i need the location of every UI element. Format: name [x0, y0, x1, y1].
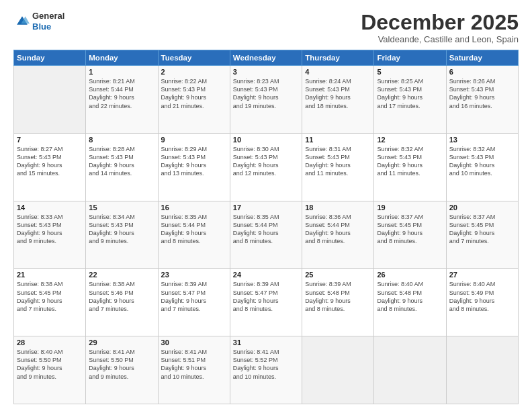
- day-info: Sunrise: 8:40 AM Sunset: 5:48 PM Dayligh…: [377, 280, 443, 313]
- weekday-header: Monday: [86, 50, 158, 66]
- location-subtitle: Valdeande, Castille and Leon, Spain: [361, 34, 519, 44]
- day-number: 12: [377, 136, 443, 144]
- day-number: 5: [377, 68, 443, 76]
- day-info: Sunrise: 8:39 AM Sunset: 5:48 PM Dayligh…: [305, 280, 371, 313]
- weekday-header: Friday: [374, 50, 446, 66]
- day-number: 6: [449, 68, 515, 76]
- day-info: Sunrise: 8:23 AM Sunset: 5:43 PM Dayligh…: [233, 77, 299, 110]
- day-number: 25: [305, 271, 371, 279]
- day-number: 10: [233, 136, 299, 144]
- day-number: 7: [17, 136, 83, 144]
- calendar-table: SundayMondayTuesdayWednesdayThursdayFrid…: [13, 50, 519, 404]
- calendar-week-row: 14Sunrise: 8:33 AM Sunset: 5:43 PM Dayli…: [14, 201, 519, 269]
- day-info: Sunrise: 8:32 AM Sunset: 5:43 PM Dayligh…: [377, 145, 443, 178]
- calendar-cell: 19Sunrise: 8:37 AM Sunset: 5:45 PM Dayli…: [374, 201, 446, 269]
- calendar-cell: 2Sunrise: 8:22 AM Sunset: 5:43 PM Daylig…: [158, 66, 230, 134]
- calendar-cell: 29Sunrise: 8:41 AM Sunset: 5:50 PM Dayli…: [86, 336, 158, 404]
- weekday-header: Thursday: [302, 50, 374, 66]
- day-info: Sunrise: 8:34 AM Sunset: 5:43 PM Dayligh…: [89, 213, 154, 246]
- calendar-cell: 24Sunrise: 8:39 AM Sunset: 5:47 PM Dayli…: [230, 269, 302, 336]
- day-number: 23: [161, 271, 227, 279]
- day-number: 29: [89, 338, 154, 347]
- day-number: 20: [449, 203, 515, 212]
- day-number: 18: [305, 203, 371, 212]
- day-info: Sunrise: 8:32 AM Sunset: 5:43 PM Dayligh…: [449, 145, 515, 178]
- day-info: Sunrise: 8:41 AM Sunset: 5:50 PM Dayligh…: [89, 348, 154, 381]
- logo: General Blue: [13, 11, 64, 32]
- day-number: 4: [305, 68, 371, 76]
- weekday-header: Tuesday: [158, 50, 230, 66]
- day-info: Sunrise: 8:39 AM Sunset: 5:47 PM Dayligh…: [161, 280, 227, 313]
- day-number: 19: [377, 203, 443, 212]
- day-info: Sunrise: 8:40 AM Sunset: 5:50 PM Dayligh…: [17, 348, 83, 381]
- day-info: Sunrise: 8:33 AM Sunset: 5:43 PM Dayligh…: [17, 213, 83, 246]
- logo-icon: [15, 14, 30, 29]
- day-info: Sunrise: 8:36 AM Sunset: 5:44 PM Dayligh…: [305, 213, 371, 246]
- calendar-cell: 30Sunrise: 8:41 AM Sunset: 5:51 PM Dayli…: [158, 336, 230, 404]
- day-number: 31: [233, 338, 299, 347]
- calendar-cell: 9Sunrise: 8:29 AM Sunset: 5:43 PM Daylig…: [158, 133, 230, 201]
- day-number: 3: [233, 68, 299, 76]
- day-info: Sunrise: 8:35 AM Sunset: 5:44 PM Dayligh…: [233, 213, 299, 246]
- calendar-cell: 23Sunrise: 8:39 AM Sunset: 5:47 PM Dayli…: [158, 269, 230, 336]
- calendar-cell: 3Sunrise: 8:23 AM Sunset: 5:43 PM Daylig…: [230, 66, 302, 134]
- calendar-cell: 18Sunrise: 8:36 AM Sunset: 5:44 PM Dayli…: [302, 201, 374, 269]
- day-info: Sunrise: 8:29 AM Sunset: 5:43 PM Dayligh…: [161, 145, 227, 178]
- calendar-cell: 7Sunrise: 8:27 AM Sunset: 5:43 PM Daylig…: [14, 133, 86, 201]
- calendar-cell: [446, 336, 518, 404]
- day-number: 13: [449, 136, 515, 144]
- day-number: 8: [89, 136, 154, 144]
- calendar-week-row: 1Sunrise: 8:21 AM Sunset: 5:44 PM Daylig…: [14, 66, 519, 134]
- day-info: Sunrise: 8:26 AM Sunset: 5:43 PM Dayligh…: [449, 77, 515, 110]
- calendar-cell: 28Sunrise: 8:40 AM Sunset: 5:50 PM Dayli…: [14, 336, 86, 404]
- weekday-header: Sunday: [14, 50, 86, 66]
- calendar-cell: 8Sunrise: 8:28 AM Sunset: 5:43 PM Daylig…: [86, 133, 158, 201]
- day-number: 27: [449, 271, 515, 279]
- day-info: Sunrise: 8:31 AM Sunset: 5:43 PM Dayligh…: [305, 145, 371, 178]
- day-info: Sunrise: 8:38 AM Sunset: 5:45 PM Dayligh…: [17, 280, 83, 313]
- day-number: 21: [17, 271, 83, 279]
- day-number: 17: [233, 203, 299, 212]
- day-number: 22: [89, 271, 154, 279]
- day-number: 28: [17, 338, 83, 347]
- day-number: 15: [89, 203, 154, 212]
- day-number: 26: [377, 271, 443, 279]
- page: General Blue December 2025 Valdeande, Ca…: [0, 0, 532, 411]
- day-number: 11: [305, 136, 371, 144]
- day-info: Sunrise: 8:24 AM Sunset: 5:43 PM Dayligh…: [305, 77, 371, 110]
- day-info: Sunrise: 8:37 AM Sunset: 5:45 PM Dayligh…: [377, 213, 443, 246]
- calendar-week-row: 7Sunrise: 8:27 AM Sunset: 5:43 PM Daylig…: [14, 133, 519, 201]
- logo-blue-text: Blue: [32, 21, 64, 32]
- logo-general-text: General: [32, 11, 64, 21]
- calendar-cell: 22Sunrise: 8:38 AM Sunset: 5:46 PM Dayli…: [86, 269, 158, 336]
- calendar-cell: 27Sunrise: 8:40 AM Sunset: 5:49 PM Dayli…: [446, 269, 518, 336]
- day-info: Sunrise: 8:28 AM Sunset: 5:43 PM Dayligh…: [89, 145, 154, 178]
- calendar-cell: 17Sunrise: 8:35 AM Sunset: 5:44 PM Dayli…: [230, 201, 302, 269]
- calendar-cell: [374, 336, 446, 404]
- day-info: Sunrise: 8:41 AM Sunset: 5:52 PM Dayligh…: [233, 348, 299, 381]
- calendar-week-row: 21Sunrise: 8:38 AM Sunset: 5:45 PM Dayli…: [14, 269, 519, 336]
- calendar-cell: 11Sunrise: 8:31 AM Sunset: 5:43 PM Dayli…: [302, 133, 374, 201]
- month-title: December 2025: [361, 11, 519, 34]
- calendar-cell: 20Sunrise: 8:37 AM Sunset: 5:45 PM Dayli…: [446, 201, 518, 269]
- calendar-cell: 14Sunrise: 8:33 AM Sunset: 5:43 PM Dayli…: [14, 201, 86, 269]
- day-info: Sunrise: 8:38 AM Sunset: 5:46 PM Dayligh…: [89, 280, 154, 313]
- day-info: Sunrise: 8:21 AM Sunset: 5:44 PM Dayligh…: [89, 77, 154, 110]
- day-info: Sunrise: 8:30 AM Sunset: 5:43 PM Dayligh…: [233, 145, 299, 178]
- calendar-cell: 4Sunrise: 8:24 AM Sunset: 5:43 PM Daylig…: [302, 66, 374, 134]
- day-info: Sunrise: 8:40 AM Sunset: 5:49 PM Dayligh…: [449, 280, 515, 313]
- title-block: December 2025 Valdeande, Castille and Le…: [361, 11, 519, 44]
- calendar-cell: 26Sunrise: 8:40 AM Sunset: 5:48 PM Dayli…: [374, 269, 446, 336]
- calendar-cell: 6Sunrise: 8:26 AM Sunset: 5:43 PM Daylig…: [446, 66, 518, 134]
- day-info: Sunrise: 8:25 AM Sunset: 5:43 PM Dayligh…: [377, 77, 443, 110]
- calendar-cell: 31Sunrise: 8:41 AM Sunset: 5:52 PM Dayli…: [230, 336, 302, 404]
- header: General Blue December 2025 Valdeande, Ca…: [13, 11, 519, 44]
- day-info: Sunrise: 8:41 AM Sunset: 5:51 PM Dayligh…: [161, 348, 227, 381]
- calendar-cell: 12Sunrise: 8:32 AM Sunset: 5:43 PM Dayli…: [374, 133, 446, 201]
- weekday-header: Wednesday: [230, 50, 302, 66]
- day-info: Sunrise: 8:22 AM Sunset: 5:43 PM Dayligh…: [161, 77, 227, 110]
- day-number: 9: [161, 136, 227, 144]
- day-info: Sunrise: 8:39 AM Sunset: 5:47 PM Dayligh…: [233, 280, 299, 313]
- day-number: 24: [233, 271, 299, 279]
- calendar-week-row: 28Sunrise: 8:40 AM Sunset: 5:50 PM Dayli…: [14, 336, 519, 404]
